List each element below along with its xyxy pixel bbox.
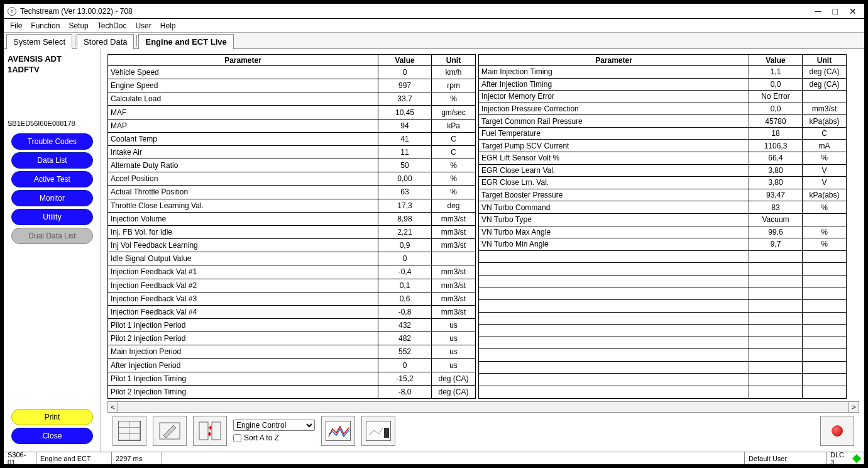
table-row[interactable]: Pilot 2 Injection Period482us	[108, 332, 476, 345]
table-row[interactable]: Calculate Load33,7%	[108, 92, 476, 106]
table-row[interactable]: Inj Vol Feedback Learning0,9mm3/st	[108, 239, 476, 252]
table-row[interactable]: Idle Signal Output Value0	[108, 252, 476, 265]
sidebar-utility-button[interactable]: Utility	[11, 209, 93, 225]
table-row-empty	[479, 275, 847, 287]
table-row[interactable]: Injection Pressure Correction0,0mm3/st	[479, 103, 847, 115]
table-row[interactable]: Pilot 1 Injection Timing-15,2deg (CA)	[108, 372, 476, 385]
scroll-left-icon[interactable]: <	[108, 402, 118, 412]
cell-value: 3,80	[749, 177, 803, 189]
table-row[interactable]: Injection Feedback Val #4-0,8mm3/st	[108, 305, 476, 318]
table-row[interactable]: Intake Air11C	[108, 145, 476, 159]
table-row[interactable]: Throttle Close Learning Val.17,3deg	[108, 199, 476, 212]
table-row[interactable]: VN Turbo Command83%	[479, 201, 847, 214]
table-row[interactable]: Pilot 1 Injection Period432us	[108, 318, 476, 332]
table-row[interactable]: Target Booster Pressure93,47kPa(abs)	[479, 189, 847, 201]
cell-param: EGR Lift Sensor Volt %	[479, 152, 749, 165]
menu-file[interactable]: File	[10, 21, 22, 30]
table-row[interactable]: Coolant Temp41C	[108, 132, 476, 145]
sort-checkbox-label[interactable]: Sort A to Z	[233, 433, 315, 442]
col-header-parameter[interactable]: Parameter	[479, 55, 749, 66]
cell-value: 0,9	[378, 239, 432, 252]
record-button[interactable]	[820, 416, 854, 446]
cell-unit: mm3/st	[432, 225, 476, 238]
scroll-right-icon[interactable]: >	[849, 402, 859, 412]
tabstrip: System SelectStored DataEngine and ECT L…	[4, 33, 864, 49]
table-row[interactable]: Injection Feedback Val #30,6mm3/st	[108, 292, 476, 305]
table-row[interactable]: Alternate Duty Ratio50%	[108, 159, 476, 172]
menu-help[interactable]: Help	[160, 21, 176, 30]
menu-user[interactable]: User	[135, 21, 151, 30]
cell-param: MAP	[108, 119, 378, 132]
table-row[interactable]: After Injection Timing0,0deg (CA)	[479, 78, 847, 91]
swap-columns-button[interactable]	[193, 416, 227, 446]
table-row-empty	[479, 361, 847, 374]
sidebar-monitor-button[interactable]: Monitor	[11, 190, 93, 206]
highlight-button[interactable]	[153, 416, 187, 446]
tab-engine-and-ect-live[interactable]: Engine and ECT Live	[138, 34, 233, 49]
cell-param: After Injection Timing	[479, 78, 749, 91]
menu-setup[interactable]: Setup	[69, 21, 88, 30]
col-header-value[interactable]: Value	[749, 55, 803, 66]
table-row[interactable]: Actual Throttle Position63%	[108, 186, 476, 199]
close-window-button[interactable]: ✕	[849, 6, 857, 16]
table-row[interactable]: Inj. FB Vol. for Idle2,21mm3/st	[108, 225, 476, 238]
table-row[interactable]: EGR Close Learn Val.3,80V	[479, 164, 847, 177]
tab-system-select[interactable]: System Select	[6, 34, 72, 49]
table-row[interactable]: Main Injection Period552us	[108, 345, 476, 359]
sidebar-close-button[interactable]: Close	[11, 428, 93, 444]
table-row[interactable]: VN Turbo Max Angle99,6%	[479, 226, 847, 238]
table-row[interactable]: Injection Volume8,98mm3/st	[108, 212, 476, 225]
table-row[interactable]: After Injection Period0us	[108, 359, 476, 372]
list-view-button[interactable]	[113, 416, 146, 446]
col-header-unit[interactable]: Unit	[432, 55, 476, 66]
cell-param: EGR Close Lrn. Val.	[479, 177, 749, 189]
cell-value: -15,2	[378, 372, 432, 385]
table-row[interactable]: Main Injection Timing1,1deg (CA)	[479, 66, 847, 79]
cell-unit: deg (CA)	[432, 385, 476, 398]
status-dlc: DLC 3	[827, 452, 864, 464]
graph-button-2[interactable]	[361, 416, 395, 446]
menu-function[interactable]: Function	[31, 21, 60, 30]
cell-unit: us	[432, 359, 476, 372]
table-row[interactable]: Vehicle Speed0km/h	[108, 66, 476, 79]
table-row[interactable]: Target Pump SCV Current1106,3mA	[479, 140, 847, 152]
table-row[interactable]: EGR Lift Sensor Volt %66,4%	[479, 152, 847, 165]
table-row[interactable]: MAP94kPa	[108, 119, 476, 132]
horizontal-scrollbar[interactable]: < >	[107, 401, 859, 413]
sidebar-trouble-codes-button[interactable]: Trouble Codes	[11, 133, 93, 150]
cell-unit	[803, 91, 847, 103]
sidebar-active-test-button[interactable]: Active Test	[11, 171, 93, 187]
table-row[interactable]: MAF10,45gm/sec	[108, 106, 476, 119]
table-row[interactable]: Target Common Rail Pressure45780kPa(abs)	[479, 115, 847, 128]
table-row[interactable]: Injection Feedback Val #20,1mm3/st	[108, 279, 476, 292]
maximize-button[interactable]: □	[833, 6, 838, 16]
menu-techdoc[interactable]: TechDoc	[97, 21, 127, 30]
tab-stored-data[interactable]: Stored Data	[77, 34, 134, 49]
table-row[interactable]: Injector Memory ErrorNo Error	[479, 91, 847, 103]
cell-param: VN Turbo Min Angle	[479, 238, 749, 251]
table-row[interactable]: VN Turbo Min Angle9,7%	[479, 238, 847, 251]
table-row[interactable]: Accel Position0,00%	[108, 172, 476, 186]
table-row[interactable]: Fuel Temperature18C	[479, 127, 847, 140]
col-header-unit[interactable]: Unit	[803, 55, 847, 66]
sidebar-data-list-button[interactable]: Data List	[11, 152, 93, 169]
svg-marker-1	[163, 425, 176, 438]
table-row-empty	[479, 312, 847, 325]
data-table-left: Parameter Value Unit Vehicle Speed0km/hE…	[107, 54, 476, 399]
col-header-parameter[interactable]: Parameter	[108, 55, 378, 66]
table-row[interactable]: Engine Speed997rpm	[108, 79, 476, 92]
table-row[interactable]: EGR Close Lrn. Val.3,80V	[479, 177, 847, 189]
cell-param: Accel Position	[108, 172, 378, 186]
col-header-value[interactable]: Value	[378, 55, 432, 66]
vehicle-code: SB1ED56I60E088178	[8, 120, 97, 127]
system-select-combo[interactable]: Engine Control	[233, 420, 315, 431]
table-row[interactable]: VN Turbo TypeVacuum	[479, 213, 847, 226]
table-row[interactable]: Injection Feedback Val #1-0,4mm3/st	[108, 265, 476, 279]
cell-unit: %	[432, 159, 476, 172]
cell-value: -0,4	[378, 265, 432, 279]
minimize-button[interactable]: ─	[815, 6, 821, 16]
table-row[interactable]: Pilot 2 Injection Timing-8,0deg (CA)	[108, 385, 476, 398]
graph-button-1[interactable]	[321, 416, 355, 446]
sidebar-print-button[interactable]: Print	[11, 409, 93, 425]
sort-checkbox[interactable]	[233, 434, 241, 442]
